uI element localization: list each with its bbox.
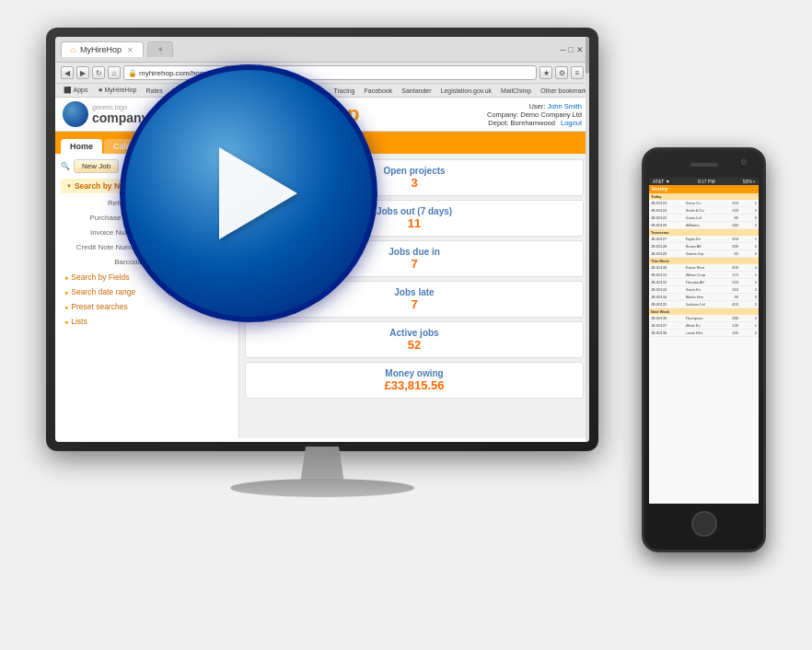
table-row[interactable]: JB-00126Williams3403 bbox=[649, 222, 759, 229]
logout-link[interactable]: Logout bbox=[561, 119, 582, 127]
user-info-block: User: John Smith Company: Demo Company L… bbox=[487, 102, 582, 127]
browser-tab-active[interactable]: ⌂ MyHireHop ✕ bbox=[61, 41, 144, 57]
forward-button[interactable]: ▶ bbox=[76, 66, 89, 79]
table-row[interactable]: JB-00128Brown AV2002 bbox=[649, 243, 759, 250]
barcode-label: Barcode bbox=[68, 258, 142, 266]
bookmark-myhirehop[interactable]: ★ MyHireHop bbox=[95, 86, 140, 95]
table-row[interactable]: JB-00124Smith & Co1202 bbox=[649, 207, 759, 215]
table-row[interactable]: JB-00138Lewis Hire1952 bbox=[649, 330, 759, 337]
user-name-link[interactable]: John Smith bbox=[547, 102, 582, 110]
table-row[interactable]: JB-00127Taylor Ev1501 bbox=[649, 236, 759, 243]
tab-home[interactable]: Home bbox=[61, 139, 102, 154]
phone-speaker bbox=[690, 163, 718, 167]
tab-close-icon[interactable]: ✕ bbox=[127, 46, 133, 54]
phone-carrier: AT&T ▼ bbox=[653, 179, 670, 184]
browser-controls: ◀ ▶ ↻ ⌂ 🔒 myhirehop.com/home.php ★ ⚙ ≡ bbox=[55, 63, 589, 84]
table-row[interactable]: JB-00125Jones Ltd800 bbox=[649, 215, 759, 222]
bookmark-legislation[interactable]: Legislation.gov.uk bbox=[438, 87, 495, 95]
restore-icon[interactable]: □ bbox=[569, 45, 574, 54]
extensions-icon[interactable]: ⚙ bbox=[555, 66, 568, 79]
phone-camera bbox=[741, 159, 747, 165]
scrollbar[interactable] bbox=[586, 154, 589, 438]
bookmark-facebook[interactable]: Facebook bbox=[362, 87, 396, 95]
monitor-stand-base bbox=[230, 479, 414, 497]
phone-group-this-week: This Week bbox=[649, 258, 759, 264]
monitor-stand-neck bbox=[295, 447, 350, 483]
browser-tab-inactive[interactable]: + bbox=[147, 41, 172, 57]
menu-icon[interactable]: ≡ bbox=[571, 66, 584, 79]
phone-battery: 52% ▪ bbox=[743, 179, 755, 184]
scene: ⌂ MyHireHop ✕ + ─ □ ✕ ◀ bbox=[0, 0, 812, 650]
browser-tab-bar: ⌂ MyHireHop ✕ + ─ □ ✕ bbox=[55, 37, 589, 63]
back-button[interactable]: ◀ bbox=[61, 66, 74, 79]
logo-tagline: generic logo bbox=[92, 104, 148, 110]
phone-home-button[interactable] bbox=[691, 511, 717, 537]
company-logo bbox=[63, 101, 88, 127]
reload-button[interactable]: ↻ bbox=[92, 66, 105, 79]
table-row[interactable]: JB-00131Wilson Corp1751 bbox=[649, 272, 759, 279]
play-button[interactable] bbox=[120, 64, 377, 322]
phone-table-header: HireHop bbox=[649, 185, 759, 193]
phone-screen-content: HireHop Today JB-00123Demo Co2501 JB-001… bbox=[649, 185, 759, 502]
new-job-button[interactable]: New Job bbox=[74, 159, 119, 173]
bookmark-other[interactable]: Other bookmarks bbox=[538, 87, 589, 95]
play-triangle-icon bbox=[219, 147, 297, 239]
table-row[interactable]: JB-00137White Ev1301 bbox=[649, 322, 759, 330]
logo-area: generic logo company bbox=[63, 101, 148, 127]
bookmark-tracing[interactable]: Tracing bbox=[331, 87, 357, 95]
bookmark-rates[interactable]: Rates bbox=[143, 87, 165, 95]
lists-link[interactable]: Lists bbox=[61, 315, 233, 328]
table-row[interactable]: JB-00130Evans Rent4004 bbox=[649, 264, 759, 272]
table-row[interactable]: JB-00132Thomas AV2202 bbox=[649, 279, 759, 286]
bookmark-mailchimp[interactable]: MailChimp bbox=[498, 87, 534, 95]
address-bar[interactable]: 🔒 myhirehop.com/home.php bbox=[123, 65, 537, 80]
phone-group-tomorrow: Tomorrow bbox=[649, 229, 759, 236]
stat-active-jobs[interactable]: Active jobs 52 bbox=[245, 321, 584, 358]
bookmark-santander[interactable]: Santander bbox=[399, 87, 434, 95]
phone-group-today: Today bbox=[649, 193, 759, 200]
new-tab-icon: + bbox=[157, 45, 162, 54]
table-row[interactable]: JB-00136Thompson2802 bbox=[649, 315, 759, 322]
table-row[interactable]: JB-00135Jackson Ltd4505 bbox=[649, 301, 759, 308]
company-row: Company: Demo Company Ltd bbox=[487, 110, 582, 119]
home-button[interactable]: ⌂ bbox=[108, 66, 121, 79]
phone-screen: AT&T ▼ 9:17 PM 52% ▪ HireHop Today JB-00… bbox=[649, 178, 759, 504]
table-row[interactable]: JB-00129Davies Grp950 bbox=[649, 250, 759, 258]
user-name-row: User: John Smith bbox=[487, 102, 582, 110]
minimize-icon[interactable]: ─ bbox=[560, 45, 565, 54]
phone-time: 9:17 PM bbox=[698, 179, 715, 184]
lock-icon: 🔒 bbox=[128, 69, 137, 77]
table-row[interactable]: JB-00134Martin Hire900 bbox=[649, 294, 759, 301]
search-icon: 🔍 bbox=[61, 162, 70, 170]
phone-status-bar: AT&T ▼ 9:17 PM 52% ▪ bbox=[649, 178, 759, 185]
depot-row: Depot: Borehamwood Logout bbox=[487, 119, 582, 127]
phone-body: AT&T ▼ 9:17 PM 52% ▪ HireHop Today JB-00… bbox=[642, 147, 766, 552]
table-row[interactable]: JB-00123Demo Co2501 bbox=[649, 200, 759, 207]
bookmark-apps[interactable]: ⬛ Apps bbox=[61, 86, 91, 95]
phone-group-next-week: Next Week bbox=[649, 308, 759, 315]
tab-favicon: ⌂ bbox=[71, 45, 75, 54]
phone: AT&T ▼ 9:17 PM 52% ▪ HireHop Today JB-00… bbox=[642, 147, 766, 552]
close-window-icon[interactable]: ✕ bbox=[576, 45, 584, 54]
stat-money-owing[interactable]: Money owing £33,815.56 bbox=[245, 362, 584, 399]
table-row[interactable]: JB-00133Harris Ev3103 bbox=[649, 286, 759, 294]
star-icon[interactable]: ★ bbox=[539, 66, 552, 79]
